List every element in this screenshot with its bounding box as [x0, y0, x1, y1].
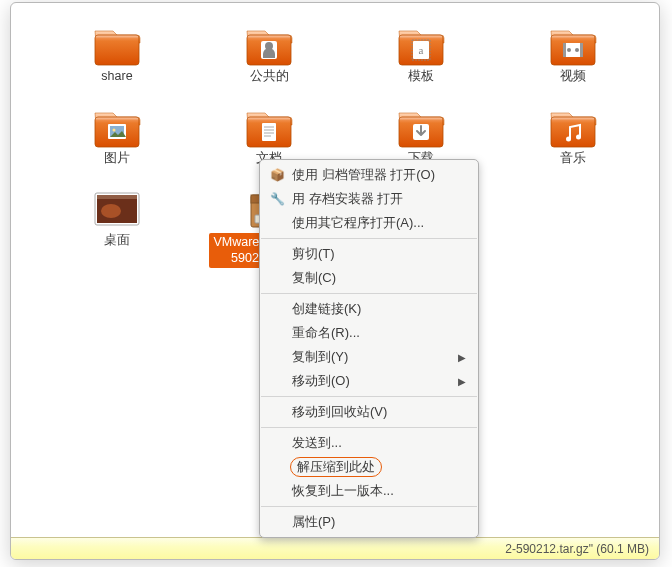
- menu-item-label: 移动到(O): [292, 372, 350, 390]
- menu-item-icon: 🔧: [268, 192, 286, 206]
- menu-item[interactable]: 发送到...: [260, 431, 478, 455]
- svg-point-31: [576, 135, 581, 140]
- menu-item[interactable]: 🔧用 存档安装器 打开: [260, 187, 478, 211]
- desktop-icon-folder-template[interactable]: a模板: [345, 23, 497, 105]
- menu-separator: [261, 293, 477, 294]
- menu-item[interactable]: 重命名(R)...: [260, 321, 478, 345]
- menu-item[interactable]: 复制到(Y)▶: [260, 345, 478, 369]
- chevron-right-icon: ▶: [458, 376, 466, 387]
- menu-item[interactable]: 复制(C): [260, 266, 478, 290]
- menu-item-label: 属性(P): [292, 513, 335, 531]
- menu-item-label: 重命名(R)...: [292, 324, 360, 342]
- menu-item-label: 复制到(Y): [292, 348, 348, 366]
- menu-item-label: 恢复到上一版本...: [292, 482, 394, 500]
- svg-text:a: a: [419, 44, 424, 56]
- menu-item[interactable]: 使用其它程序打开(A)...: [260, 211, 478, 235]
- desktop-icon-folder-pictures[interactable]: 图片: [41, 105, 193, 187]
- context-menu: 📦使用 归档管理器 打开(O)🔧用 存档安装器 打开使用其它程序打开(A)...…: [259, 159, 479, 538]
- menu-item-label: 创建链接(K): [292, 300, 361, 318]
- menu-item-label: 剪切(T): [292, 245, 335, 263]
- menu-item-label: 解压缩到此处: [290, 457, 382, 477]
- svg-point-19: [567, 48, 571, 52]
- menu-item[interactable]: 属性(P): [260, 510, 478, 534]
- desktop-icon-folder-music[interactable]: 音乐: [497, 105, 649, 187]
- icon-label: 公共的: [250, 69, 289, 83]
- menu-item-label: 移动到回收站(V): [292, 403, 387, 421]
- menu-item[interactable]: 移动到(O)▶: [260, 369, 478, 393]
- desktop-icon-folder-video[interactable]: 视频: [497, 23, 649, 105]
- menu-item-label: 复制(C): [292, 269, 336, 287]
- menu-item[interactable]: 恢复到上一版本...: [260, 479, 478, 503]
- menu-item[interactable]: 移动到回收站(V): [260, 400, 478, 424]
- menu-item[interactable]: 剪切(T): [260, 242, 478, 266]
- desktop-icon-folder-person[interactable]: 公共的: [193, 23, 345, 105]
- menu-item[interactable]: 创建链接(K): [260, 297, 478, 321]
- desktop-icon-folder-plain[interactable]: share: [41, 23, 193, 105]
- icon-label: 视频: [560, 69, 586, 83]
- menu-item-label: 发送到...: [292, 434, 342, 452]
- menu-separator: [261, 427, 477, 428]
- menu-separator: [261, 396, 477, 397]
- svg-rect-24: [262, 123, 276, 141]
- svg-point-30: [566, 137, 571, 142]
- icon-label: 音乐: [560, 151, 586, 165]
- icon-label: 模板: [408, 69, 434, 83]
- menu-item-label: 使用其它程序打开(A)...: [292, 214, 424, 232]
- chevron-right-icon: ▶: [458, 352, 466, 363]
- svg-rect-18: [580, 43, 583, 57]
- menu-item-label: 使用 归档管理器 打开(O): [292, 166, 435, 184]
- menu-item[interactable]: 📦使用 归档管理器 打开(O): [260, 163, 478, 187]
- menu-item-icon: 📦: [268, 168, 286, 182]
- file-manager-window: share公共的a模板视频图片文档下载音乐桌面VMwareTools-8.8 2…: [10, 2, 660, 560]
- status-bar: 2-590212.tar.gz" (60.1 MB): [11, 537, 659, 559]
- desktop-icon-desktop-thumb[interactable]: 桌面: [41, 187, 193, 269]
- status-text: 2-590212.tar.gz" (60.1 MB): [505, 542, 649, 556]
- menu-item-label: 用 存档安装器 打开: [292, 190, 403, 208]
- icon-label: 桌面: [104, 233, 130, 247]
- svg-point-23: [113, 129, 116, 132]
- icon-label: 图片: [104, 151, 130, 165]
- menu-item[interactable]: 解压缩到此处: [260, 455, 478, 479]
- menu-separator: [261, 238, 477, 239]
- svg-rect-17: [563, 43, 566, 57]
- menu-separator: [261, 506, 477, 507]
- svg-point-20: [575, 48, 579, 52]
- icon-label: share: [101, 69, 132, 83]
